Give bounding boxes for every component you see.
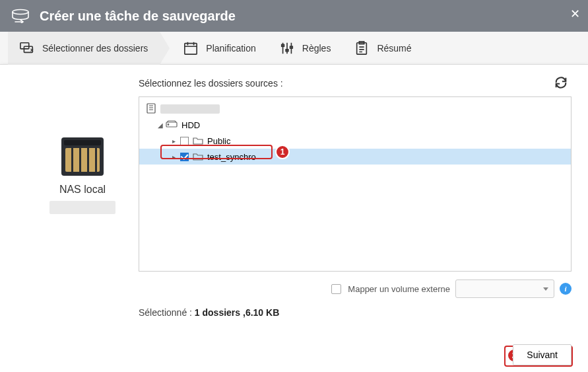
hdd-icon [166, 120, 178, 130]
nas-label: NAS local [59, 184, 106, 196]
calendar-icon [183, 41, 198, 56]
tree-root[interactable] [139, 97, 571, 117]
expand-icon[interactable]: ▸ [172, 137, 179, 145]
step-schedule[interactable]: Planification [172, 32, 268, 65]
wizard-steps: Sélectionner des dossiers Planification … [0, 32, 588, 65]
folder-icon [193, 153, 203, 161]
map-external-row: Mapper un volume externe i [139, 279, 572, 298]
step-label: Sélectionner des dossiers [42, 43, 148, 54]
source-device-panel: NAS local [26, 78, 139, 365]
nas-sublabel-redacted [49, 201, 115, 214]
collapse-icon[interactable]: ◢ [158, 122, 164, 129]
tree-public[interactable]: ▸ Public [139, 133, 571, 149]
window-title: Créer une tâche de sauvegarde [40, 9, 236, 24]
svg-rect-9 [147, 104, 155, 113]
host-icon [146, 103, 156, 116]
folder-picker-panel: Sélectionnez les dossiers sources : ◢ HD… [139, 78, 572, 365]
checkbox-test-synchro[interactable] [180, 153, 189, 161]
step-rules[interactable]: Règles [268, 32, 343, 65]
checkbox-map-external[interactable] [331, 284, 341, 294]
svg-point-11 [168, 124, 169, 125]
folder-tree[interactable]: ◢ HDD ▸ Public ▸ test_synch [139, 96, 572, 272]
tree-hdd[interactable]: ◢ HDD [139, 117, 571, 133]
selection-status: Sélectionné : 1 dossiers ,6.10 KB [139, 307, 572, 318]
svg-rect-1 [20, 42, 29, 48]
expand-icon[interactable]: ▸ [172, 153, 179, 161]
svg-rect-3 [185, 43, 197, 54]
footer: 2 Suivant [513, 344, 572, 365]
next-button[interactable]: Suivant [513, 344, 572, 365]
status-value: 1 dossiers ,6.10 KB [195, 307, 279, 318]
info-icon[interactable]: i [560, 283, 572, 295]
step-summary[interactable]: Résumé [343, 32, 423, 65]
checkbox-public[interactable] [180, 137, 189, 145]
map-external-select[interactable] [455, 279, 554, 298]
content-area: NAS local Sélectionnez les dossiers sour… [0, 65, 588, 372]
panel-title: Sélectionnez les dossiers sources : [139, 78, 572, 89]
close-icon[interactable]: ✕ [570, 7, 580, 21]
step-label: Planification [206, 43, 256, 54]
clipboard-icon [354, 41, 369, 56]
map-external-label: Mapper un volume externe [348, 284, 450, 294]
folder-icon [193, 137, 203, 145]
tree-test-synchro[interactable]: ▸ test_synchro [139, 149, 571, 165]
tree-root-label-redacted [160, 104, 220, 114]
step-label: Résumé [377, 43, 411, 54]
sliders-icon [280, 41, 294, 56]
disk-swap-icon [11, 9, 30, 23]
nas-device-icon [61, 137, 104, 176]
tree-public-label: Public [207, 136, 230, 146]
window-header: Créer une tâche de sauvegarde ✕ [0, 0, 588, 32]
status-prefix: Sélectionné : [139, 307, 195, 318]
tree-hdd-label: HDD [181, 120, 200, 130]
svg-point-0 [13, 10, 28, 15]
step-select-folders[interactable]: Sélectionner des dossiers [8, 32, 160, 65]
step-label: Règles [302, 43, 331, 54]
refresh-icon[interactable] [554, 75, 568, 90]
tree-test-synchro-label: test_synchro [207, 152, 256, 162]
folders-icon [20, 41, 34, 56]
